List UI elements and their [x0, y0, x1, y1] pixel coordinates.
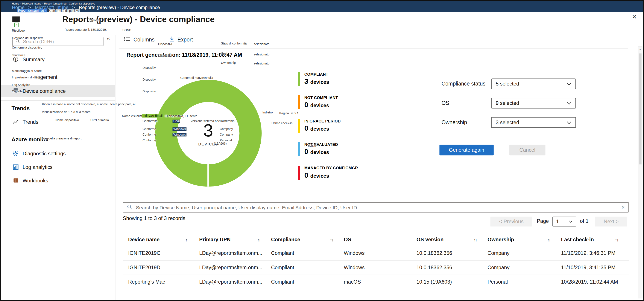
records-summary: Showing 1 to 3 of 3 records [123, 215, 185, 221]
sort-icon[interactable]: ↑↓ [186, 237, 188, 242]
toolbar-divider [119, 48, 628, 49]
legend-color-bar [298, 119, 300, 133]
sort-icon[interactable]: ↑↓ [330, 237, 333, 242]
legend-label: COMPLIANT [304, 72, 329, 77]
sidebar-item-management-partial[interactable]: nagement [34, 74, 57, 80]
table-row[interactable]: IGNITE2019C LDay@reportmsftem.onm... Com… [123, 246, 629, 261]
chevron-down-icon [567, 102, 571, 105]
sidebar-item-summary[interactable]: Summary [22, 57, 44, 63]
filter-label-compliance-status: Compliance status [442, 81, 486, 87]
sidebar-search-input[interactable] [22, 39, 100, 45]
cell-os: macOS [344, 279, 416, 285]
clear-search-icon[interactable]: × [622, 204, 625, 210]
sort-icon[interactable]: ↑↓ [615, 237, 618, 242]
column-header-os-version[interactable]: OS version↑↓ [416, 237, 488, 242]
scroll-up-icon[interactable]: ▴ [638, 48, 642, 51]
legend-unit: devices [310, 173, 329, 179]
sort-icon[interactable]: ↑↓ [474, 237, 477, 242]
shield-icon [13, 88, 18, 94]
main-content: Columns Export Report generated on: 11/1… [116, 35, 643, 300]
breadcrumb-intune-link[interactable]: Microsoft Intune [35, 5, 68, 10]
app-window: Home > Microsoft Intune > Reports (previ… [0, 0, 644, 301]
sidebar-item-workbooks[interactable]: Workbooks [22, 178, 48, 184]
log-analytics-chart-icon [13, 164, 18, 170]
dropdown-value: 3 selected [496, 120, 519, 125]
top-navigation-bar: Home > Microsoft Intune > Reports (previ… [1, 1, 643, 12]
collapse-sidebar-icon[interactable]: « [107, 35, 110, 42]
legend-item-compliant: COMPLIANT 3devices [298, 72, 358, 86]
workbook-icon [13, 178, 18, 183]
sidebar-search-box[interactable] [12, 37, 104, 46]
legend-color-bar [298, 72, 300, 86]
compliance-status-dropdown[interactable]: 5 selected [491, 78, 576, 89]
legend-unit: devices [310, 79, 329, 85]
column-label: Ownership [488, 237, 514, 242]
device-search-bar[interactable]: × [123, 202, 629, 212]
scrollbar-thumb[interactable] [639, 54, 642, 165]
column-header-compliance[interactable]: Compliance↑↓ [271, 237, 344, 242]
legend-label: NOT COMPLIANT [304, 95, 338, 100]
export-button[interactable]: Export [169, 36, 193, 43]
chevron-down-icon [567, 121, 571, 124]
sort-icon[interactable]: ↑↓ [258, 237, 260, 242]
columns-button-label: Columns [134, 36, 154, 43]
page-number-select[interactable]: 1 [552, 217, 576, 226]
generate-again-button[interactable]: Generate again [440, 145, 494, 155]
cell-last-check-in: 11/10/2019, 3:46:31 PM [561, 250, 629, 256]
previous-page-button[interactable]: < Previous [490, 217, 532, 226]
ownership-dropdown[interactable]: 3 selected [491, 117, 576, 128]
column-label: Device name [128, 237, 160, 242]
cell-os: Windows [344, 250, 416, 256]
legend-label: MANAGED BY CONFIGMGR [304, 166, 358, 170]
device-search-input[interactable] [135, 204, 622, 211]
cell-last-check-in: 10/28/2019, 11:02:44 AM [561, 279, 629, 285]
column-header-last-check-in[interactable]: Last check-in↑↓ [561, 237, 629, 242]
cell-os: Windows [344, 265, 416, 270]
legend-count: 0 [304, 171, 308, 180]
column-header-primary-upn[interactable]: Primary UPN↑↓ [199, 237, 271, 242]
report-generated-text: Report generated on: 11/18/2019, 11:06:4… [126, 52, 242, 58]
sidebar-item-diagnostic-settings[interactable]: Diagnostic settings [22, 151, 66, 157]
vertical-scrollbar[interactable]: ▴ [638, 46, 642, 298]
column-header-os[interactable]: OS [344, 237, 416, 242]
legend-label: NOT EVALUATED [304, 142, 338, 147]
sidebar-item-device-compliance[interactable]: Device compliance [22, 88, 66, 94]
page-label: Page [537, 218, 549, 224]
info-icon: i [13, 56, 18, 62]
sidebar-header-azure-monitor: Azure monitor [12, 136, 49, 143]
cancel-button[interactable]: Cancel [509, 145, 545, 155]
legend-color-bar [298, 142, 300, 156]
chart-legend: COMPLIANT 3devices NOT COMPLIANT 0device… [298, 72, 358, 189]
dropdown-value: 9 selected [496, 100, 519, 106]
cell-primary-upn: LDay@reportmsftem.onm... [199, 250, 271, 256]
breadcrumb-separator: > [28, 5, 31, 10]
sidebar: « i Summary nagement Device compliance T… [1, 35, 116, 300]
next-page-button[interactable]: Next > [595, 217, 627, 226]
legend-unit: devices [310, 150, 329, 155]
page-number-value: 1 [556, 219, 559, 224]
column-label: Primary UPN [199, 237, 230, 242]
export-download-icon [169, 36, 174, 43]
columns-button[interactable]: Columns [124, 36, 154, 43]
sidebar-divider [1, 100, 115, 101]
columns-icon [124, 36, 131, 43]
cell-primary-upn: LDay@reportmsftem.onm... [199, 265, 271, 270]
column-header-ownership[interactable]: Ownership↑↓ [488, 237, 561, 242]
page-title: Reports (preview) - Device compliance [62, 15, 215, 24]
table-row[interactable]: IGNITE2019D LDay@reportmsftem.onm... Com… [123, 261, 629, 275]
column-header-device-name[interactable]: Device name↑↓ [128, 237, 199, 242]
compliance-donut-chart: 3 DEVICES [155, 80, 262, 186]
os-dropdown[interactable]: 9 selected [491, 98, 576, 109]
sidebar-item-trends[interactable]: Trends [22, 119, 38, 125]
column-label: Compliance [271, 237, 300, 242]
sidebar-item-log-analytics[interactable]: Log analytics [22, 164, 52, 170]
donut-total-label: DEVICES [155, 142, 262, 146]
close-icon[interactable]: × [632, 13, 636, 21]
filter-label-os: OS [442, 100, 449, 106]
sort-icon[interactable]: ↑↓ [547, 237, 550, 242]
table-row[interactable]: Reporting's Mac LDay@reportmsftem.onm...… [123, 275, 629, 289]
blade-title-bar: Reports (preview) - Device compliance × [1, 12, 643, 35]
device-table: Device name↑↓ Primary UPN↑↓ Compliance↑↓… [123, 233, 629, 289]
breadcrumb-home-link[interactable]: Home [12, 5, 24, 10]
sidebar-header-trends: Trends [12, 105, 30, 112]
